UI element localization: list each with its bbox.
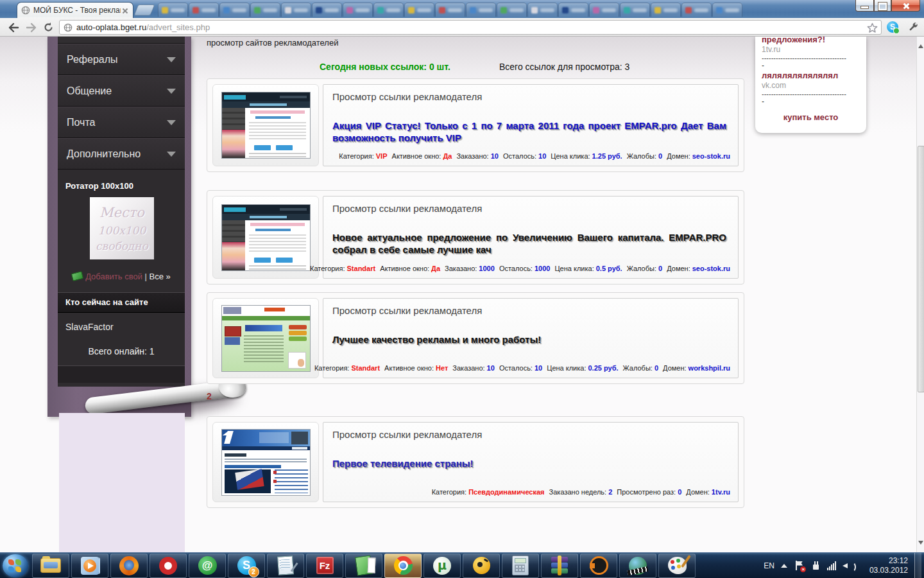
skype-extension-icon[interactable]: S [887, 21, 898, 33]
url-path: /advert_sites.php [146, 22, 210, 32]
background-tab[interactable] [620, 3, 650, 17]
background-tab[interactable] [312, 3, 342, 17]
address-bar[interactable]: auto-oplata.bget.ru/advert_sites.php [59, 20, 882, 35]
scroll-down-arrow-icon[interactable] [918, 541, 923, 550]
background-tab[interactable] [404, 3, 434, 17]
ad-domain-link[interactable]: seo-stok.ru [692, 152, 730, 160]
ad-stats: Категория:Псевдодинамическая Заказано не… [429, 488, 730, 496]
ad-title-link[interactable]: Новое актуальное предложение по Увеличен… [332, 231, 729, 256]
volume-icon[interactable] [843, 561, 854, 571]
sidebar-item-referrals[interactable]: Рефералы [58, 44, 185, 75]
background-tab[interactable] [250, 3, 280, 17]
notepad-button[interactable] [267, 554, 304, 578]
tab-close-icon[interactable] [121, 6, 129, 15]
text-editor-button[interactable] [345, 554, 382, 578]
total-links: Всего ссылок для просмотра: 3 [499, 62, 629, 72]
background-tab[interactable] [189, 3, 219, 17]
filezilla-icon: Fz [316, 557, 334, 574]
promo-line-1: предложения?! [762, 37, 860, 44]
mailru-agent-button[interactable]: @ [189, 554, 226, 578]
advert-card: Просмотр ссылки рекламодателя Первое тел… [207, 416, 744, 508]
sidebar-item-mail[interactable]: Почта [58, 107, 185, 138]
ad-thumbnail[interactable] [212, 84, 319, 166]
background-tab[interactable] [497, 3, 527, 17]
start-button[interactable] [3, 554, 28, 577]
globe-icon [64, 23, 73, 32]
ad-thumbnail[interactable] [212, 196, 319, 279]
ad-thumbnail-image [221, 204, 311, 271]
ad-domain-link[interactable]: 1tv.ru [712, 488, 730, 496]
add-banner-link[interactable]: Добавить свой [85, 272, 142, 281]
restore-button[interactable] [874, 0, 891, 12]
background-tab[interactable] [373, 3, 404, 17]
background-tab[interactable] [589, 3, 619, 17]
video-converter-button[interactable] [619, 554, 656, 578]
show-hidden-icons-chevron-icon[interactable] [781, 564, 787, 568]
close-button[interactable] [891, 0, 920, 12]
bookmark-star-icon[interactable] [867, 22, 878, 36]
dark-app-button[interactable] [580, 554, 617, 578]
green-notepad-icon [355, 555, 373, 575]
promo-site-link[interactable]: vk.com [762, 81, 860, 90]
promo-site-link[interactable]: 1tv.ru [762, 45, 860, 54]
ad-title-link[interactable]: Лучшее качество рекламы и много работы! [332, 333, 729, 346]
skype-button[interactable]: S2 [228, 554, 265, 578]
buy-place-link[interactable]: купить место [762, 112, 860, 122]
winrar-icon [551, 557, 568, 575]
sidebar-item-additional[interactable]: Дополнительно [58, 138, 185, 170]
ad-info: Просмотр ссылки рекламодателя Акция VIP … [323, 84, 739, 166]
ad-title-link[interactable]: Акция VIP Статус! Только с 1 по 7 марта … [332, 119, 729, 144]
background-tab[interactable] [435, 3, 465, 17]
ad-thumbnail[interactable] [212, 298, 319, 378]
ad-title-link[interactable]: Первое телевидение страны! [332, 457, 729, 469]
ad-card-header: Просмотр ссылки рекламодателя [332, 91, 729, 102]
new-tab-button[interactable] [134, 4, 155, 15]
paint-button[interactable] [658, 554, 696, 578]
background-tab[interactable] [527, 3, 558, 17]
forward-button[interactable] [23, 20, 40, 35]
safely-remove-hardware-icon[interactable] [810, 561, 821, 571]
tab-favicon [408, 7, 415, 13]
ad-info: Просмотр ссылки рекламодателя Лучшее кач… [323, 298, 739, 378]
ad-domain-link[interactable]: workshpil.ru [689, 364, 730, 372]
minimize-button[interactable] [855, 0, 874, 12]
pagination-page-2[interactable]: 2 [207, 391, 212, 401]
background-tab[interactable] [281, 3, 311, 17]
ad-thumbnail[interactable] [212, 422, 319, 502]
utorrent-button[interactable]: µ [424, 554, 461, 578]
background-tab[interactable] [651, 3, 681, 17]
page-scrollbar[interactable] [916, 37, 924, 552]
reload-button[interactable] [40, 20, 56, 35]
media-player-button[interactable] [71, 554, 108, 578]
language-indicator[interactable]: EN [764, 561, 774, 570]
firefox-button[interactable] [110, 554, 148, 578]
background-tab[interactable] [343, 3, 373, 17]
background-tab[interactable] [681, 3, 712, 17]
active-tab[interactable]: МОЙ БУКС - Твоя реклам [17, 2, 133, 18]
background-tab[interactable] [558, 3, 588, 17]
background-tab[interactable] [158, 3, 188, 17]
background-tab[interactable] [466, 3, 496, 17]
wrench-menu-icon[interactable] [907, 21, 919, 35]
tray-clock[interactable]: 23:12 03.03.2012 [860, 556, 908, 575]
webmoney-button[interactable] [463, 554, 500, 578]
scroll-up-arrow-icon[interactable] [918, 39, 923, 48]
opera-button[interactable] [150, 554, 187, 578]
explorer-button[interactable] [32, 554, 69, 578]
ad-domain-link[interactable]: seo-stok.ru [692, 265, 730, 272]
calculator-button[interactable] [502, 554, 539, 578]
winrar-button[interactable] [541, 554, 578, 578]
all-banners-link[interactable]: Все » [150, 272, 171, 281]
sidebar-item-communication[interactable]: Общение [58, 75, 185, 107]
show-desktop-button[interactable] [914, 553, 921, 578]
network-signal-icon[interactable] [827, 561, 836, 570]
back-button[interactable] [5, 20, 22, 35]
action-center-flag-icon[interactable]: × [794, 561, 804, 571]
background-tab[interactable] [712, 3, 742, 17]
background-tab[interactable] [219, 3, 250, 17]
scrollbar-thumb[interactable] [918, 146, 924, 392]
online-user-link[interactable]: SlavaFactor [58, 313, 185, 332]
rotator-ad-slot[interactable]: Место 100x100 свободно [90, 197, 154, 259]
filezilla-button[interactable]: Fz [306, 554, 343, 578]
chrome-button[interactable] [384, 554, 422, 578]
